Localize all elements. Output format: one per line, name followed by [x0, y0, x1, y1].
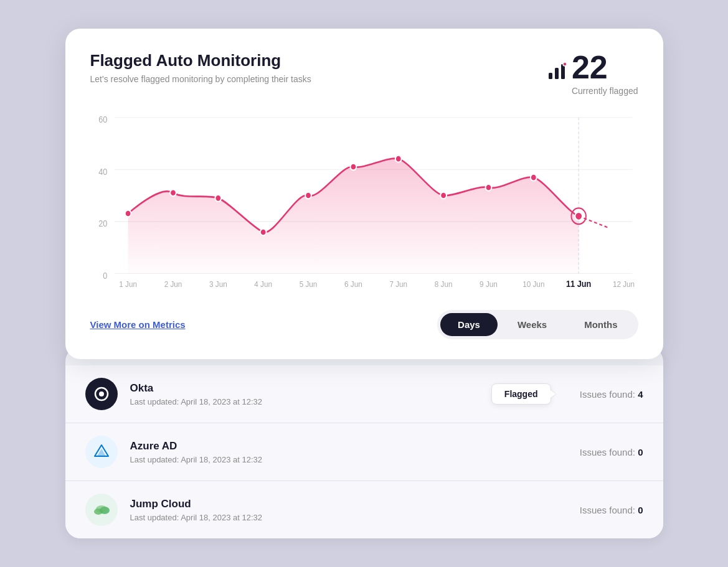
svg-point-28: [260, 229, 266, 236]
jumpcloud-icon: [85, 494, 118, 526]
flagged-tooltip: Flagged: [491, 383, 551, 405]
time-btn-months[interactable]: Months: [567, 313, 635, 336]
svg-point-32: [440, 192, 447, 199]
svg-text:6 Jun: 6 Jun: [344, 279, 362, 289]
svg-point-43: [96, 505, 107, 513]
svg-point-38: [99, 391, 104, 396]
time-btn-days[interactable]: Days: [440, 313, 498, 336]
list-item: Azure AD Last updated: April 18, 2023 at…: [65, 423, 663, 481]
svg-point-26: [170, 189, 176, 196]
svg-rect-0: [549, 73, 552, 79]
svg-point-36: [575, 212, 582, 220]
svg-text:4 Jun: 4 Jun: [254, 279, 272, 289]
top-card: Flagged Auto Monitoring Let's resolve fl…: [65, 29, 663, 359]
svg-point-34: [530, 174, 536, 181]
svg-text:8 Jun: 8 Jun: [434, 279, 452, 289]
svg-point-30: [350, 164, 356, 171]
svg-text:20: 20: [98, 219, 107, 229]
card-header: Flagged Auto Monitoring Let's resolve fl…: [90, 51, 638, 96]
time-btn-weeks[interactable]: Weeks: [500, 313, 564, 336]
svg-text:3 Jun: 3 Jun: [209, 279, 227, 289]
jumpcloud-info: Jump Cloud Last updated: April 18, 2023 …: [130, 498, 580, 522]
flagged-count-widget: 22 Currently flagged: [547, 51, 638, 96]
svg-text:7 Jun: 7 Jun: [389, 279, 407, 289]
svg-text:0: 0: [103, 271, 107, 281]
flagged-number: 22: [572, 51, 638, 83]
svg-text:40: 40: [98, 167, 107, 177]
svg-text:2 Jun: 2 Jun: [164, 279, 182, 289]
bottom-card: Okta Last updated: April 18, 2023 at 12:…: [65, 347, 663, 538]
flagged-label: Currently flagged: [572, 86, 638, 96]
svg-point-27: [215, 195, 221, 202]
svg-text:60: 60: [98, 115, 107, 125]
bar-chart-icon: [547, 62, 567, 86]
svg-point-3: [563, 62, 567, 66]
jumpcloud-updated: Last updated: April 18, 2023 at 12:32: [130, 513, 580, 522]
svg-point-31: [395, 156, 401, 162]
okta-icon: [85, 378, 118, 410]
svg-text:9 Jun: 9 Jun: [480, 279, 498, 289]
svg-text:1 Jun: 1 Jun: [119, 279, 137, 289]
page-subtitle: Let's resolve flagged monitoring by comp…: [90, 74, 311, 84]
svg-rect-1: [555, 68, 559, 79]
view-more-link[interactable]: View More on Metrics: [90, 319, 186, 330]
chart-area: 60 40 20 0 1 Jun 2 Jun 3 Jun 4 Jun 5 Jun…: [90, 111, 638, 298]
line-chart: 60 40 20 0 1 Jun 2 Jun 3 Jun 4 Jun 5 Jun…: [90, 111, 638, 298]
azure-issues: Issues found: 0: [580, 447, 643, 457]
time-toggle: Days Weeks Months: [437, 310, 638, 339]
svg-text:5 Jun: 5 Jun: [299, 279, 317, 289]
list-item: Okta Last updated: April 18, 2023 at 12:…: [65, 365, 663, 423]
chart-footer: View More on Metrics Days Weeks Months: [90, 310, 638, 339]
azure-info: Azure AD Last updated: April 18, 2023 at…: [130, 440, 580, 464]
header-text: Flagged Auto Monitoring Let's resolve fl…: [90, 51, 311, 84]
svg-point-29: [305, 192, 311, 199]
page-title: Flagged Auto Monitoring: [90, 51, 311, 70]
jumpcloud-issues: Issues found: 0: [580, 505, 643, 515]
svg-point-25: [125, 210, 131, 217]
azure-icon: [85, 436, 118, 468]
svg-text:12 Jun: 12 Jun: [612, 279, 634, 289]
azure-updated: Last updated: April 18, 2023 at 12:32: [130, 455, 580, 464]
main-container: Flagged Auto Monitoring Let's resolve fl…: [53, 16, 676, 551]
list-item: Jump Cloud Last updated: April 18, 2023 …: [65, 481, 663, 538]
svg-text:10 Jun: 10 Jun: [522, 279, 544, 289]
azure-name: Azure AD: [130, 440, 580, 452]
svg-point-33: [485, 184, 491, 191]
svg-text:11 Jun: 11 Jun: [566, 279, 591, 289]
okta-issues: Issues found: 4: [580, 389, 643, 400]
jumpcloud-name: Jump Cloud: [130, 498, 580, 510]
